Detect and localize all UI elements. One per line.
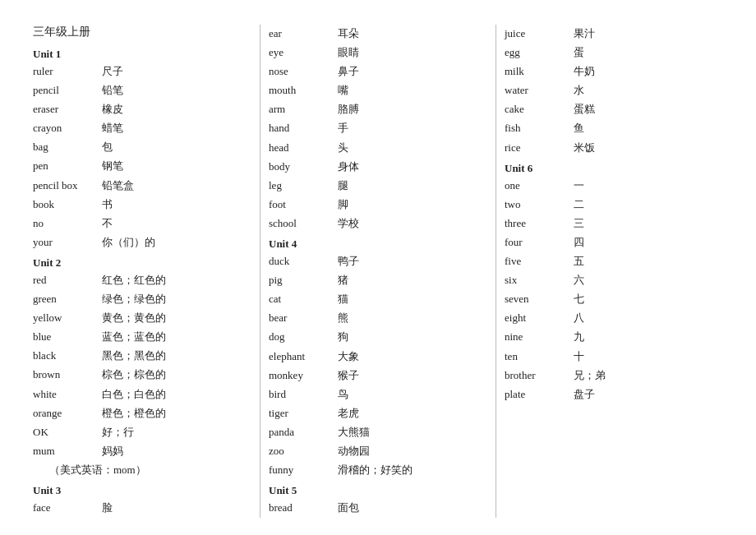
vocab-chinese: 五 <box>570 252 584 270</box>
list-item: nose鼻子 <box>269 62 487 81</box>
vocab-english: one <box>505 177 570 195</box>
vocab-chinese: 老虎 <box>334 404 359 422</box>
vocab-chinese: 蜡笔 <box>99 119 123 137</box>
list-item: bag包 <box>33 138 251 156</box>
list-item: body身体 <box>269 158 487 176</box>
vocab-chinese: 八 <box>570 309 584 327</box>
list-item: face脸 <box>33 499 251 517</box>
vocab-english: bread <box>269 499 334 517</box>
vocab-chinese: 白色；白色的 <box>99 385 166 404</box>
vocab-chinese: 妈妈 <box>99 442 123 460</box>
vocab-english: hand <box>269 119 334 137</box>
page-title: 三年级上册 <box>33 25 251 39</box>
list-item: hand手 <box>269 119 487 137</box>
vocab-chinese: 二 <box>570 196 584 214</box>
list-item: three三 <box>505 214 723 233</box>
vocab-chinese: 狗 <box>334 328 348 346</box>
list-item: four四 <box>505 233 723 251</box>
vocab-english: school <box>269 214 334 233</box>
list-item: eraser橡皮 <box>33 100 251 118</box>
list-item: five五 <box>505 252 723 270</box>
list-item: red红色；红色的 <box>33 271 251 289</box>
list-item: OK好；行 <box>33 423 251 441</box>
list-item: juice果汁 <box>505 25 723 43</box>
unit-header: Unit 3 <box>33 484 251 497</box>
list-item: tiger老虎 <box>269 404 487 422</box>
list-item: your你（们）的 <box>33 233 251 251</box>
vocab-english: fish <box>505 119 570 137</box>
vocab-english: egg <box>505 44 570 62</box>
vocab-chinese: 动物园 <box>334 442 370 460</box>
column-1: 三年级上册Unit 1ruler尺子pencil铅笔eraser橡皮crayon… <box>33 25 260 518</box>
list-item: zoo动物园 <box>269 442 487 460</box>
vocab-chinese: 黑色；黑色的 <box>99 347 166 365</box>
vocab-chinese: 黄色；黄色的 <box>99 309 166 327</box>
vocab-english: brother <box>505 367 570 385</box>
unit-header: Unit 1 <box>33 48 251 61</box>
vocab-chinese: 猫 <box>334 290 348 308</box>
vocab-chinese: 牛奶 <box>570 62 595 81</box>
list-item: white白色；白色的 <box>33 385 251 404</box>
vocab-chinese: 嘴 <box>334 81 348 99</box>
vocab-english: face <box>33 499 99 517</box>
list-item: brother兄；弟 <box>505 367 723 385</box>
vocab-chinese: 鸟 <box>334 385 348 404</box>
vocab-english: red <box>33 271 99 289</box>
vocab-english: eight <box>505 309 570 327</box>
vocab-chinese: 一 <box>570 177 584 195</box>
vocab-chinese: 好；行 <box>99 423 134 441</box>
list-item: rice米饭 <box>505 139 723 157</box>
vocab-english: ten <box>505 348 570 366</box>
vocab-chinese: 九 <box>570 328 584 346</box>
vocab-english: blue <box>33 328 99 346</box>
vocab-chinese: 大象 <box>334 348 359 366</box>
vocab-english: six <box>505 271 570 289</box>
list-item: dog狗 <box>269 328 487 346</box>
vocab-english: bag <box>33 138 99 156</box>
list-item: monkey猴子 <box>269 367 487 385</box>
list-item: ten十 <box>505 348 723 366</box>
list-item: school学校 <box>269 214 487 233</box>
list-item: pig猪 <box>269 271 487 289</box>
vocab-english: body <box>269 158 334 176</box>
vocab-english: zoo <box>269 442 334 460</box>
vocab-english: pig <box>269 271 334 289</box>
list-item: pencil box铅笔盒 <box>33 177 251 195</box>
vocab-chinese: 猴子 <box>334 367 359 385</box>
vocab-chinese: 水 <box>570 81 584 99</box>
vocab-english: arm <box>269 100 334 118</box>
vocab-chinese: 学校 <box>334 214 359 233</box>
list-item: leg腿 <box>269 177 487 195</box>
vocab-chinese: 蛋 <box>570 44 584 62</box>
note-text: （美式英语：mom） <box>33 461 251 479</box>
vocab-english: duck <box>269 252 334 270</box>
unit-header: Unit 2 <box>33 256 251 270</box>
vocab-chinese: 面包 <box>334 499 359 517</box>
list-item: elephant大象 <box>269 348 487 366</box>
vocab-chinese: 蓝色；蓝色的 <box>99 328 166 346</box>
list-item: pen钢笔 <box>33 157 251 175</box>
vocab-english: funny <box>269 461 334 479</box>
list-item: plate盘子 <box>505 385 723 404</box>
vocab-chinese: 钢笔 <box>99 157 123 175</box>
vocab-english: nine <box>505 328 570 346</box>
vocab-english: pencil box <box>33 177 99 195</box>
vocab-chinese: 猪 <box>334 271 348 289</box>
vocab-english: three <box>505 214 570 233</box>
vocab-english: orange <box>33 404 99 422</box>
vocab-english: two <box>505 196 570 214</box>
vocab-chinese: 手 <box>334 119 348 137</box>
vocab-english: ear <box>269 25 334 43</box>
vocab-english: white <box>33 385 99 404</box>
list-item: head头 <box>269 139 487 157</box>
vocab-chinese: 眼睛 <box>334 44 359 62</box>
list-item: cat猫 <box>269 290 487 308</box>
vocab-chinese: 红色；红色的 <box>99 271 166 289</box>
column-3: juice果汁egg蛋milk牛奶water水cake蛋糕fish鱼rice米饭… <box>496 25 723 518</box>
list-item: cake蛋糕 <box>505 100 723 118</box>
list-item: nine九 <box>505 328 723 346</box>
list-item: one一 <box>505 177 723 195</box>
list-item: milk牛奶 <box>505 62 723 81</box>
list-item: book书 <box>33 196 251 214</box>
vocab-english: elephant <box>269 348 334 366</box>
